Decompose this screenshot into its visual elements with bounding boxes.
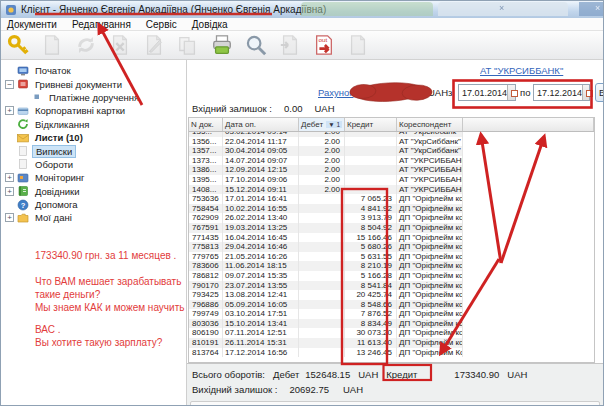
date-from-input[interactable]: 17.01.2014 <box>458 84 516 101</box>
cell-date: 23.07.2014 13:55 <box>223 281 299 291</box>
column-header-doc-number[interactable]: N док. <box>189 118 223 131</box>
calendar-button-icon[interactable] <box>582 85 589 100</box>
print-button[interactable] <box>209 33 235 57</box>
new-document-button <box>39 33 65 57</box>
svg-text:?: ? <box>21 200 26 209</box>
table-row[interactable]: 76290926.02.2014 13:403 913.79ДП "Оріфле… <box>189 213 463 223</box>
column-header-label: Кореспондент <box>399 120 451 129</box>
copy-document-icon <box>177 34 199 56</box>
sidebar-item-виписки[interactable]: Виписки <box>1 144 186 157</box>
cell-debit: 2.00 <box>299 175 345 185</box>
export-out-button[interactable]: out <box>311 33 337 57</box>
title-bar[interactable]: Клієнт - Янченко Євгенія Аркадіївна (Янч… <box>1 1 603 18</box>
menu-item-документи[interactable]: Документи <box>7 19 57 30</box>
table-row[interactable]: 79342513.08.2014 12:4120 425.74ДП "Оріфл… <box>189 290 463 300</box>
cell-credit: 11 613.40 <box>345 338 397 348</box>
sidebar-item-гривневі-документи[interactable]: −Гривневі документи <box>1 77 186 90</box>
column-header-debit[interactable]: Дебет▼ 1 <box>299 118 345 131</box>
table-row[interactable]: 79017023.07.2014 13:558 541.84ДП "Оріфле… <box>189 281 463 291</box>
cell-correspondent: ДП "Оріфлейм ко... <box>397 261 463 271</box>
cell-debit <box>299 309 345 319</box>
sidebar-item-відкликання[interactable]: Відкликання <box>1 118 186 131</box>
sidebar-item-допомога[interactable]: ?Допомога <box>1 198 186 211</box>
cell-date: 29.04.2014 16:46 <box>223 242 299 252</box>
cell-credit: 5 631.55 <box>345 252 397 262</box>
calendar-button-icon[interactable] <box>507 85 515 100</box>
column-header-correspondent[interactable]: Кореспондент <box>397 118 463 131</box>
table-row[interactable]: 1356...22.04.2014 11:172.00АТ "УкрСиббан… <box>189 137 463 147</box>
account-link[interactable]: Рахунок <box>318 87 354 98</box>
monitoring-icon <box>17 172 29 184</box>
execute-button[interactable]: В <box>595 83 604 102</box>
table-row[interactable]: 77976521.05.2014 16:265 631.55ДП "Оріфле… <box>189 252 463 262</box>
table-row[interactable]: 77143516.04.2014 16:4515 166.46ДП "Оріфл… <box>189 233 463 243</box>
date-to-input[interactable]: 17.12.2014 <box>533 84 590 101</box>
table-row[interactable]: 1386...12.09.2014 12:152.00АТ "УКРСИББАН… <box>189 165 463 175</box>
table-row[interactable]: 80303615.10.2014 13:418 834.49ДП "Оріфле… <box>189 319 463 329</box>
sidebar-item-платіжне-доручення[interactable]: Платіжне доручення <box>1 91 186 104</box>
spam-note-line: такие деньги? <box>35 288 187 301</box>
menu-item-сервіс[interactable]: Сервіс <box>146 19 177 30</box>
cell-debit <box>299 242 345 252</box>
tree-expander-icon[interactable]: + <box>5 173 14 182</box>
tree-expander-icon[interactable]: + <box>5 213 14 222</box>
menu-item-довідка[interactable]: Довідка <box>192 19 228 30</box>
cell-debit <box>299 281 345 291</box>
keys-button[interactable] <box>5 33 31 57</box>
table-row[interactable]: 1408...15.12.2014 09:112.00АТ "УКРСИББАН… <box>189 185 463 195</box>
cell-doc-number: 1395... <box>189 175 223 185</box>
column-header-date[interactable]: Дата оп. <box>223 118 299 131</box>
corporate-cards-icon <box>17 105 29 117</box>
table-row[interactable]: 75845410.02.2014 16:554 841.92ДП "Оріфле… <box>189 204 463 214</box>
sidebar-item-корпоративні-картки[interactable]: +Корпоративні картки <box>1 104 186 117</box>
sign-document-button <box>141 33 167 57</box>
sidebar-item-label: Виписки <box>32 145 76 158</box>
table-row[interactable]: 79974903.10.2014 17:517 876.52ДП "Оріфле… <box>189 309 463 319</box>
table-row[interactable]: 79688605.09.2014 16:058 548.66ДП "Оріфле… <box>189 300 463 310</box>
tree-expander-icon[interactable]: − <box>5 80 14 89</box>
sidebar-item-довідники[interactable]: +Довідники <box>1 185 186 198</box>
delete-document-button <box>107 33 133 57</box>
cell-correspondent: АТ "УКРСИББАНК" <box>397 175 463 185</box>
table-row[interactable]: 77581329.04.2014 16:465 680.26ДП "Оріфле… <box>189 242 463 252</box>
table-row[interactable]: 75363617.01.2014 16:417 065.23ДП "Оріфле… <box>189 194 463 204</box>
opening-balance-currency: UAH <box>314 103 334 114</box>
sidebar-item-обороти[interactable]: Обороти <box>1 158 186 171</box>
sidebar-item-label: Початок <box>32 65 74 76</box>
table-row[interactable]: 78681209.07.2014 15:355 166.28ДП "Оріфле… <box>189 271 463 281</box>
cell-debit <box>299 194 345 204</box>
cell-correspondent: ДП "Оріфлейм ко... <box>397 242 463 252</box>
table-row[interactable]: 1357...30.04.2014 09:052.00АТ "УкрСиббан… <box>189 146 463 156</box>
table-row[interactable]: 1395...17.10.2014 09:062.00АТ "УКРСИББАН… <box>189 175 463 185</box>
tree-expander-icon[interactable]: + <box>5 187 14 196</box>
column-header-credit[interactable]: Кредит <box>345 118 397 131</box>
sidebar-item-листи-10-[interactable]: Листи (10) <box>1 131 186 144</box>
table-row[interactable]: 80619007.11.2014 12:5130 073.20ДП "Оріфл… <box>189 328 463 338</box>
cell-doc-number: 775813 <box>189 242 223 252</box>
application-window: Клієнт - Янченко Євгенія Аркадіївна (Янч… <box>0 0 604 406</box>
sidebar-item-початок[interactable]: Початок <box>1 64 186 77</box>
sidebar-item-мої-дані[interactable]: +Мої дані <box>1 211 186 224</box>
search-button[interactable] <box>243 33 269 57</box>
table-row[interactable]: 81376417.12.2014 16:5613 246.45ДП "Оріфл… <box>189 348 463 358</box>
bank-link[interactable]: АТ "УКРСИББАНК" <box>480 65 563 76</box>
table-row[interactable]: 1373...14.07.2014 09:072.00АТ "УКРСИББАН… <box>189 156 463 166</box>
closing-balance-value: 20692.75 <box>289 384 329 395</box>
tree-expander-icon[interactable]: + <box>5 106 14 115</box>
cell-date: 14.07.2014 09:07 <box>223 156 299 166</box>
table-row[interactable]: 78360611.06.2014 18:158 210.19ДП "Оріфле… <box>189 261 463 271</box>
sidebar-item-label: Корпоративні картки <box>32 105 128 116</box>
menu-item-редагування[interactable]: Редагування <box>72 19 131 30</box>
sidebar-item-моніторинг[interactable]: +Моніторинг <box>1 171 186 184</box>
cell-date: 12.09.2014 12:15 <box>223 165 299 175</box>
sidebar-item-label: Відкликання <box>32 119 92 130</box>
totals-debit-label: Дебет <box>273 369 299 380</box>
sidebar-item-label: Довідники <box>32 186 83 197</box>
table-row[interactable]: 76759119.03.2014 13:258 504.92ДП "Оріфле… <box>189 223 463 233</box>
cell-correspondent: ДП "Оріфлейм ко... <box>397 338 463 348</box>
cell-debit <box>299 261 345 271</box>
cell-debit <box>299 213 345 223</box>
cell-correspondent: ДП "Оріфлейм ко... <box>397 290 463 300</box>
window-title: Клієнт - Янченко Євгенія Аркадіївна (Янч… <box>21 4 326 15</box>
table-row[interactable]: 81019126.11.2014 15:3111 613.40ДП "Оріфл… <box>189 338 463 348</box>
